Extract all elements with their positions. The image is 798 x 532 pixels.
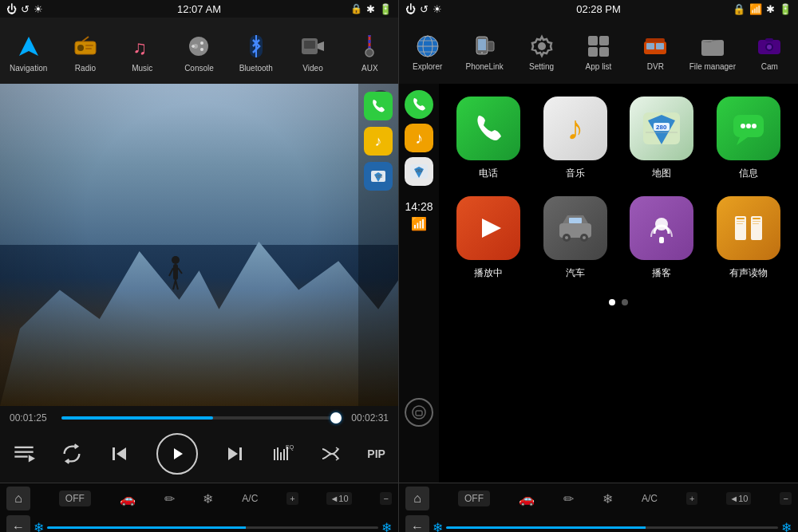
app-item-maps[interactable]: 280 地图 (630, 97, 693, 180)
svg-marker-75 (737, 137, 748, 145)
app-item-video[interactable]: 播放中 (456, 196, 520, 280)
refresh-icon: ↺ (21, 3, 30, 15)
console-icon (186, 33, 211, 59)
side-icon-maps[interactable]: 280 (364, 162, 393, 191)
right-sidebar-item-setting[interactable]: Setting (518, 32, 566, 71)
app-icon-video (456, 196, 520, 260)
right-sidebar-item-dvr[interactable]: DVR (631, 32, 679, 71)
svg-text:♫: ♫ (132, 37, 147, 58)
svg-rect-85 (569, 218, 582, 223)
left-fan-icon-right: ❄ (381, 520, 392, 533)
time-current: 00:01:25 (10, 412, 53, 424)
left-clock: 12:07 AM (177, 3, 221, 15)
app-icon-maps: 280 (630, 97, 693, 160)
svg-marker-35 (174, 448, 183, 459)
right-sidebar-item-applist[interactable]: App list (575, 32, 622, 71)
sidebar-item-console[interactable]: Console (177, 30, 221, 73)
right-nav-label-setting: Setting (529, 62, 554, 71)
left-defrost-icon: ❄ (203, 491, 213, 506)
app-item-podcasts[interactable]: 播客 (630, 196, 693, 280)
left-bottom-row1: ⌂ OFF 🚗 ✏ ❄ A/C + ◄10 − (0, 483, 398, 514)
page-dot-1[interactable] (609, 299, 615, 305)
right-minus-btn[interactable]: − (780, 492, 791, 505)
app-item-car[interactable]: 汽车 (543, 196, 607, 280)
shuffle-button[interactable] (319, 443, 342, 465)
prev-button[interactable] (109, 443, 131, 465)
right-car-icon: 🚗 (519, 491, 535, 506)
right-home-button[interactable]: ⌂ (405, 487, 429, 510)
applist-icon (586, 33, 611, 59)
left-vol-display: ◄10 (326, 492, 351, 505)
app-label-podcasts: 播客 (652, 266, 671, 280)
side-icon-music[interactable]: ♪ (364, 127, 393, 156)
svg-point-9 (200, 41, 203, 45)
svg-point-65 (767, 45, 772, 49)
sidebar-item-video[interactable]: Video (291, 30, 335, 73)
next-button[interactable] (223, 443, 246, 465)
sidebar-item-aux[interactable]: AUX (348, 30, 392, 73)
svg-marker-33 (117, 447, 126, 460)
app-grid-row1: 电话 ♪ 音乐 280 (452, 97, 785, 180)
console-icon-wrap (183, 30, 215, 62)
app-item-messages[interactable]: 信息 (717, 97, 780, 180)
video-overlay (0, 84, 398, 406)
carplay-maps-icon[interactable]: 280 (405, 157, 433, 186)
left-top-bar: ⏻ ↺ ☀ 12:07 AM 🔒 ✱ 🔋 Navigation (0, 0, 398, 84)
page-dot-2[interactable] (622, 299, 628, 305)
video-controls: 00:01:25 00:02:31 (0, 406, 398, 483)
app-label-phone: 电话 (479, 167, 498, 180)
right-off-button[interactable]: OFF (458, 491, 490, 506)
sidebar-item-navigation[interactable]: Navigation (6, 30, 50, 73)
svg-marker-0 (19, 37, 38, 56)
carplay-wifi-icon: 📶 (405, 216, 433, 231)
left-fan-area: ❄ ❄ (34, 520, 392, 533)
right-ac-label: A/C (642, 493, 658, 504)
progress-track[interactable] (61, 416, 337, 420)
bluetooth-status-icon: ✱ (366, 3, 375, 15)
svg-rect-22 (173, 264, 178, 280)
sidebar-item-radio[interactable]: Radio (63, 30, 107, 73)
right-nav-label-cam: Cam (761, 62, 778, 71)
pip-button[interactable]: PIP (367, 447, 385, 460)
eq-button[interactable]: EQ (271, 443, 294, 465)
carplay-music-icon[interactable]: ♪ (405, 124, 433, 152)
left-off-button[interactable]: OFF (59, 491, 91, 506)
play-button[interactable] (156, 433, 198, 475)
carplay-area: ♪ 280 14:28 📶 (399, 84, 798, 483)
left-plus-btn[interactable]: + (286, 492, 298, 505)
nav-label-aux: AUX (361, 64, 378, 73)
right-sidebar-item-explorer[interactable]: Explorer (404, 32, 452, 71)
right-bottom-row1: ⌂ OFF 🚗 ✏ ❄ A/C + ◄10 − (399, 483, 798, 514)
left-back-button[interactable]: ← (6, 515, 30, 532)
left-minus-btn[interactable]: − (380, 492, 391, 505)
carplay-home-button[interactable] (405, 398, 433, 427)
svg-text:280: 280 (376, 174, 383, 179)
right-sidebar-item-filemanager[interactable]: File manager (689, 32, 737, 71)
progress-thumb (330, 412, 342, 424)
video-icon-wrap (297, 30, 329, 62)
app-item-phone[interactable]: 电话 (456, 97, 520, 180)
nav-label-console: Console (184, 64, 214, 73)
right-clock-bar: ⏻ ↺ ☀ 02:28 PM 🔒 📶 ✱ 🔋 (399, 0, 798, 18)
playlist-button[interactable] (13, 443, 35, 465)
sidebar-item-bluetooth[interactable]: Bluetooth (234, 30, 278, 73)
right-nav-label-applist: App list (586, 62, 612, 71)
left-temp-slider[interactable] (47, 526, 378, 529)
sidebar-item-music[interactable]: ♫ Music (120, 30, 164, 73)
right-plus-btn[interactable]: + (686, 492, 697, 505)
left-home-button[interactable]: ⌂ (6, 487, 30, 510)
app-item-music[interactable]: ♪ 音乐 (543, 97, 607, 180)
right-sidebar-item-cam[interactable]: Cam (745, 32, 793, 71)
right-back-button[interactable]: ← (405, 515, 429, 532)
app-icon-messages (717, 97, 780, 160)
repeat-button[interactable] (61, 443, 83, 465)
cam-icon-wrap (755, 32, 784, 61)
svg-rect-55 (599, 36, 609, 45)
carplay-phone-icon[interactable] (405, 90, 433, 119)
side-icon-phone[interactable] (364, 92, 393, 120)
setting-gear-icon (529, 33, 555, 59)
right-status-right: 🔒 📶 ✱ 🔋 (733, 3, 792, 15)
app-item-books[interactable]: 有声读物 (717, 196, 780, 280)
right-sidebar-item-phonelink[interactable]: PhoneLink (460, 32, 508, 71)
right-temp-slider[interactable] (446, 526, 778, 529)
